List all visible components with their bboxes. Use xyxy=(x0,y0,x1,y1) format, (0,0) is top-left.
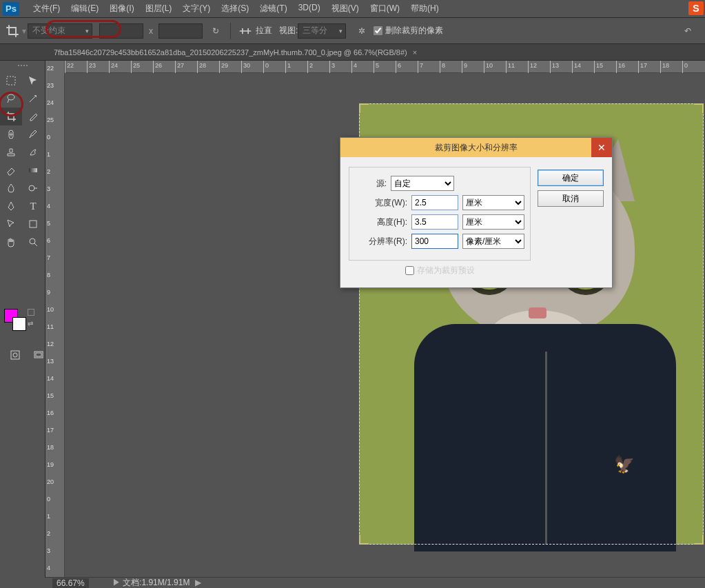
svg-rect-4 xyxy=(29,168,37,172)
menu-图层[interactable]: 图层(L) xyxy=(140,0,178,17)
reset-icon[interactable]: ↶ xyxy=(680,23,695,39)
menu-帮助[interactable]: 帮助(H) xyxy=(405,0,445,17)
refresh-icon[interactable]: ↻ xyxy=(208,23,223,39)
menu-滤镜[interactable]: 滤镜(T) xyxy=(254,0,292,17)
lasso-tool[interactable] xyxy=(0,90,22,108)
doc-size: 文档:1.91M/1.91M xyxy=(123,578,190,587)
move-tool[interactable] xyxy=(22,72,44,90)
history-brush-tool[interactable] xyxy=(22,143,44,161)
straighten-icon[interactable] xyxy=(238,23,253,39)
width-unit-select[interactable]: 厘米 xyxy=(462,195,524,210)
source-select[interactable]: 自定 xyxy=(391,176,454,191)
menu-bar: Ps 文件(F)编辑(E)图像(I)图层(L)文字(Y)选择(S)滤镜(T)3D… xyxy=(0,0,705,18)
menu-视图[interactable]: 视图(V) xyxy=(326,0,365,17)
dodge-tool[interactable] xyxy=(22,179,44,197)
save-preset-label: 存储为裁剪预设 xyxy=(417,265,475,276)
crop-handle-bl[interactable] xyxy=(359,535,369,545)
menu-图像[interactable]: 图像(I) xyxy=(104,0,139,17)
delete-cropped-checkbox[interactable]: 删除裁剪的像素 xyxy=(374,25,443,37)
menu-窗口[interactable]: 窗口(W) xyxy=(365,0,405,17)
svg-rect-6 xyxy=(30,221,37,227)
dropdown-caret-icon: ▾ xyxy=(22,26,26,36)
pen-tool[interactable] xyxy=(0,197,22,215)
marquee-tool[interactable] xyxy=(0,72,22,90)
width-input[interactable] xyxy=(411,195,458,210)
swap-colors-icon[interactable]: ⇄ xyxy=(28,320,33,327)
crop-size-dialog: 裁剪图像大小和分辨率 ✕ 源: 自定 宽度(W): 厘米 高度(H): 厘米 分… xyxy=(340,137,613,288)
svg-rect-11 xyxy=(36,353,41,356)
vertical-ruler: 2223242501234567891011121314151617181920… xyxy=(45,61,65,577)
path-select-tool[interactable] xyxy=(0,215,22,233)
straighten-label: 拉直 xyxy=(256,25,272,37)
height-label: 高度(H): xyxy=(355,216,407,228)
document-tab[interactable]: 7fba15846c20729c453bb61652a81dba_2015020… xyxy=(0,44,705,61)
gradient-tool[interactable] xyxy=(22,161,44,179)
default-colors-icon[interactable] xyxy=(28,309,34,316)
svg-rect-0 xyxy=(7,77,15,85)
crop-handle-tr[interactable] xyxy=(694,103,704,113)
height-input[interactable] xyxy=(411,214,458,230)
menu-编辑[interactable]: 编辑(E) xyxy=(65,0,104,17)
quickmask-icon[interactable] xyxy=(4,346,26,364)
toolbox: T ⇄ xyxy=(0,61,45,578)
res-input[interactable] xyxy=(411,234,458,249)
options-bar: ▾ 不受约束 x ↻ 拉直 视图: 三等分 ✲ 删除裁剪的像素 ↶ xyxy=(0,18,705,44)
svg-rect-8 xyxy=(11,351,19,359)
brush-tool[interactable] xyxy=(22,125,44,143)
status-bar: 66.67% ▶ 文档:1.91M/1.91M ▶ xyxy=(45,577,705,588)
save-preset-checkbox[interactable] xyxy=(405,266,414,275)
crop-handle-tl[interactable] xyxy=(359,103,369,113)
shape-tool[interactable] xyxy=(22,215,44,233)
horizontal-ruler: 2223242526272829300123456789101112131415… xyxy=(65,61,705,73)
svg-point-9 xyxy=(13,353,17,357)
gear-icon[interactable]: ✲ xyxy=(354,23,369,39)
svg-point-7 xyxy=(30,239,35,244)
svg-point-1 xyxy=(8,94,14,100)
menu-文件[interactable]: 文件(F) xyxy=(28,0,65,17)
source-label: 源: xyxy=(355,178,387,190)
zoom-tool[interactable] xyxy=(22,233,44,251)
crop-height-field[interactable] xyxy=(159,23,203,39)
app-logo: Ps xyxy=(3,2,19,16)
document-title: 7fba15846c20729c453bb61652a81dba_2015020… xyxy=(54,48,407,57)
eraser-tool[interactable] xyxy=(0,161,22,179)
svg-point-5 xyxy=(29,185,34,191)
eyedropper-tool[interactable] xyxy=(22,108,44,125)
ok-button[interactable]: 确定 xyxy=(538,170,604,186)
res-label: 分辨率(R): xyxy=(355,236,407,247)
healing-tool[interactable] xyxy=(0,125,22,143)
res-unit-select[interactable]: 像素/厘米 xyxy=(462,234,524,249)
crop-width-field[interactable] xyxy=(99,23,143,39)
crop-view-dropdown[interactable]: 三等分 xyxy=(298,23,346,39)
magic-wand-tool[interactable] xyxy=(22,90,44,108)
crop-preset-dropdown[interactable]: 不受约束 xyxy=(28,23,92,39)
hand-tool[interactable] xyxy=(0,233,22,251)
crop-tool-icon xyxy=(6,24,19,38)
crop-tool[interactable] xyxy=(0,108,22,125)
background-swatch[interactable] xyxy=(12,317,26,331)
height-unit-select[interactable]: 厘米 xyxy=(462,214,524,230)
menu-文字[interactable]: 文字(Y) xyxy=(177,0,216,17)
dialog-titlebar[interactable]: 裁剪图像大小和分辨率 ✕ xyxy=(340,138,612,157)
menu-选择[interactable]: 选择(S) xyxy=(216,0,254,17)
svg-point-2 xyxy=(35,95,37,97)
ime-indicator[interactable]: S xyxy=(688,1,704,15)
blur-tool[interactable] xyxy=(0,179,22,197)
dialog-close-button[interactable]: ✕ xyxy=(591,138,612,157)
menu-3D[interactable]: 3D(D) xyxy=(293,0,326,17)
width-label: 宽度(W): xyxy=(355,197,407,209)
close-tab-icon[interactable]: × xyxy=(413,48,417,57)
view-label: 视图: xyxy=(279,25,298,37)
stamp-tool[interactable] xyxy=(0,143,22,161)
cancel-button[interactable]: 取消 xyxy=(538,190,604,207)
crop-handle-br[interactable] xyxy=(694,535,704,545)
zoom-field[interactable]: 66.67% xyxy=(52,578,89,588)
swap-label: x xyxy=(149,26,153,36)
type-tool[interactable]: T xyxy=(22,197,44,215)
